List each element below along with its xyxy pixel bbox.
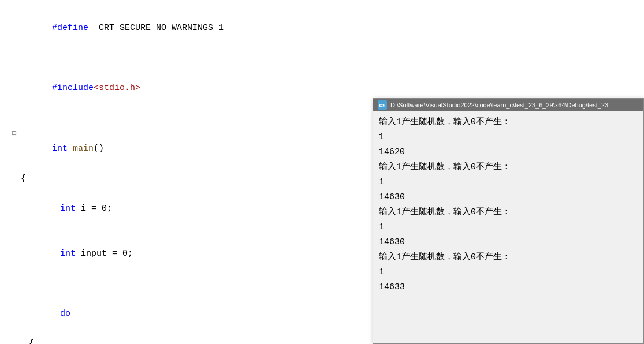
terminal-line-7: 输入1产生随机数，输入0不产生： [379,205,638,220]
terminal-line-2: 1 [379,130,638,145]
collapse-indicator: ⊟ [12,126,18,141]
terminal-line-8: 1 [379,220,638,235]
terminal-body[interactable]: 输入1产生随机数，输入0不产生： 1 14620 输入1产生随机数，输入0不产生… [373,111,643,343]
function-name: main [73,144,94,154]
include-path: <stdio.h> [94,83,140,93]
terminal-line-12: 14633 [379,280,638,295]
terminal-line-5: 1 [379,175,638,190]
keyword-do: do [60,309,70,319]
keyword-int-i: int [60,204,76,214]
keyword-int: int [52,144,68,154]
terminal-line-1: 输入1产生随机数，输入0不产生： [379,115,638,130]
terminal-line-11: 1 [379,265,638,280]
terminal-title: D:\Software\VisualStudio2022\code\learn_… [390,102,608,109]
terminal-titlebar: cs D:\Software\VisualStudio2022\code\lea… [373,99,643,111]
keyword-int-input: int [60,249,76,259]
terminal-window[interactable]: cs D:\Software\VisualStudio2022\code\lea… [373,98,644,344]
terminal-line-9: 14630 [379,235,638,250]
terminal-icon: cs [378,100,387,110]
terminal-line-4: 输入1产生随机数，输入0不产生： [379,160,638,175]
code-line-1: #define _CRT_SECURE_NO_WARNINGS 1 [0,6,644,51]
terminal-line-3: 14620 [379,145,638,160]
keyword-include: #include [52,83,94,93]
keyword-define: #define [52,23,88,33]
terminal-line-10: 输入1产生随机数，输入0不产生： [379,250,638,265]
code-line-2 [0,51,644,66]
terminal-line-6: 14630 [379,190,638,205]
